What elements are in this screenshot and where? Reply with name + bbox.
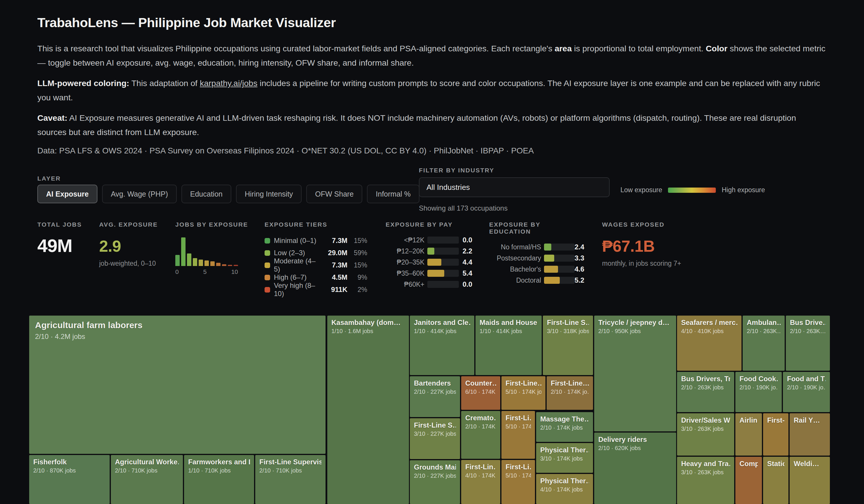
histogram-bar [187, 253, 191, 266]
tier-name: Low (2–3) [274, 249, 320, 257]
treemap-tile[interactable]: Fisherfolk2/10 · 870K jobs [29, 455, 110, 504]
treemap-tile[interactable]: Food and T…2/10 · 190K jo… [783, 372, 830, 412]
total-jobs-label: TOTAL JOBS [37, 221, 82, 228]
layer-button-hiring-intensity[interactable]: Hiring Intensity [236, 184, 302, 203]
treemap-tile[interactable]: Heavy and Tra…3/10 · 263K jobs [677, 457, 734, 504]
metric-bar-track [427, 281, 459, 288]
treemap-tile[interactable]: Counter…6/10 · 174K… [461, 376, 500, 410]
treemap-tile[interactable]: Agricultural Worke…2/10 · 710K jobs [111, 455, 183, 504]
treemap-tile[interactable]: First-Line S…3/10 · 227K jobs [410, 418, 460, 459]
treemap-tile[interactable]: Bus Drive…2/10 · 263K… [786, 315, 830, 371]
layer-button-ofw-share[interactable]: OFW Share [306, 184, 362, 203]
treemap-tile[interactable]: Physical Ther…4/10 · 174K jobs [536, 474, 593, 504]
treemap-tile[interactable]: Seafarers / merc…4/10 · 410K jobs [677, 315, 742, 371]
tile-name: Food and T… [787, 375, 826, 383]
exposure-by-pay-label: EXPOSURE BY PAY [386, 221, 472, 228]
avg-exposure-note: job-weighted, 0–10 [99, 260, 158, 267]
histogram-tick-label: 10 [231, 268, 238, 275]
metric-value: 2.2 [459, 247, 472, 255]
tile-name: Seafarers / merc… [681, 319, 737, 327]
treemap-tile[interactable]: First-Line S…3/10 · 318K jobs [543, 315, 593, 375]
tile-sub: 3/10 · 174K jobs [540, 455, 589, 462]
metric-bar-track [544, 255, 575, 262]
treemap-tile[interactable]: Bus Drivers, Tr…2/10 · 263K jobs [677, 372, 734, 412]
metric-name: ₱12–20K [386, 247, 424, 255]
tile-sub: 3/10 · 263K jobs [681, 469, 730, 476]
treemap-tile[interactable]: Grounds Mai…2/10 · 227K jobs [410, 460, 460, 504]
tile-name: Kasambahay (dom… [331, 319, 405, 327]
treemap-tile[interactable]: First-Line…5/10 · 174K jo… [501, 376, 545, 410]
treemap-tile[interactable]: Ambulan…2/10 · 263K… [743, 315, 785, 371]
treemap-tile[interactable]: Kasambahay (dom…1/10 · 1.6M jobs [327, 315, 409, 504]
treemap-tile[interactable]: First-Lin…4/10 · 174K… [461, 460, 500, 504]
layer-button-avg-wage-php[interactable]: Avg. Wage (PHP) [102, 184, 177, 203]
tile-name: Maids and House… [480, 319, 538, 327]
treemap-tile[interactable]: Janitors and Cle…1/10 · 414K jobs [410, 315, 474, 375]
tile-sub: 2/10 · 620K jobs [598, 445, 672, 452]
tile-sub: 3/10 · 318K jobs [547, 328, 589, 335]
industry-select[interactable]: All Industries [419, 177, 610, 197]
treemap-tile[interactable]: Weldi… [790, 457, 830, 504]
treemap-tile[interactable]: Maids and House…1/10 · 414K jobs [476, 315, 542, 375]
wages-exposed-value: ₱67.1B [602, 237, 681, 255]
exposure-legend: Low exposure High exposure [621, 186, 765, 194]
wages-exposed-note: monthly, in jobs scoring 7+ [602, 260, 681, 267]
treemap-tile[interactable]: Bartenders2/10 · 227K jobs [410, 376, 460, 417]
metric-name: Doctoral [489, 276, 541, 284]
metric-name: <₱12K [386, 236, 424, 244]
exposure-tiers-label: EXPOSURE TIERS [265, 221, 367, 228]
treemap-tile[interactable]: Farmworkers and L…1/10 · 710K jobs [184, 455, 254, 504]
treemap-tile[interactable]: Massage The…2/10 · 174K jobs [536, 412, 593, 442]
treemap-tile[interactable]: Driver/Sales W…3/10 · 263K jobs [677, 413, 734, 456]
tile-name: First-Line S… [547, 319, 589, 327]
llm-text-pre: This adaptation of [129, 79, 200, 88]
tier-name: High (6–7) [274, 273, 320, 281]
layer-button-ai-exposure[interactable]: AI Exposure [37, 184, 97, 203]
legend-low-label: Low exposure [621, 186, 662, 194]
histogram-bar [204, 261, 209, 266]
histogram-bar [228, 265, 232, 266]
histogram-bar [199, 260, 203, 266]
tile-name: First-Li… [505, 463, 531, 471]
treemap-tile[interactable]: Airlin… [735, 413, 762, 456]
metric-bar-track [427, 270, 459, 277]
treemap-tile[interactable]: Physical Ther…3/10 · 174K jobs [536, 443, 593, 473]
treemap-tile[interactable]: Agricultural farm laborers2/10 · 4.2M jo… [29, 315, 325, 454]
tile-name: Physical Ther… [540, 477, 589, 485]
header: TrabahoLens — Philippine Job Market Visu… [37, 15, 827, 155]
treemap-tile[interactable]: First-Line…2/10 · 174K jo… [547, 376, 593, 410]
metric-row: ₱12–20K2.2 [386, 245, 472, 257]
treemap-tile[interactable]: Tricycle / jeepney d…2/10 · 950K jobs [594, 315, 676, 431]
tile-sub: 1/10 · 414K jobs [414, 328, 470, 335]
layer-button-informal[interactable]: Informal % [367, 184, 419, 203]
tile-name: First-… [767, 416, 784, 424]
treemap-tile[interactable]: Rail Y… [790, 413, 830, 456]
tile-sub: 6/10 · 174K… [465, 388, 496, 395]
caveat-paragraph: Caveat: AI Exposure measures generative … [37, 111, 827, 140]
tier-pct: 59% [347, 249, 367, 257]
treemap-tile[interactable]: Food Cook…2/10 · 190K jo… [735, 372, 782, 412]
tile-sub: 4/10 · 174K jobs [540, 486, 589, 493]
treemap-tile[interactable]: Delivery riders2/10 · 620K jobs [594, 433, 676, 504]
treemap-tile[interactable]: First-Li…5/10 · 174… [501, 411, 535, 459]
page-title: TrabahoLens — Philippine Job Market Visu… [37, 15, 827, 30]
treemap-tile[interactable]: Statio… [763, 457, 789, 504]
metric-bar-track [544, 243, 575, 251]
treemap-tile[interactable]: First-… [763, 413, 789, 456]
treemap-tile[interactable]: Cremato…2/10 · 174K… [461, 411, 500, 459]
tile-name: Ambulan… [747, 319, 781, 327]
layer-button-education[interactable]: Education [181, 184, 231, 203]
treemap-tile[interactable]: First-Li…5/10 · 174… [501, 460, 535, 504]
tile-name: Driver/Sales W… [681, 416, 730, 424]
treemap-tile[interactable]: First-Line Supervis…2/10 · 710K jobs [255, 455, 325, 504]
tile-name: Weldi… [794, 460, 826, 468]
tile-sub: 1/10 · 1.6M jobs [331, 328, 405, 335]
metric-bar-fill [427, 248, 434, 255]
treemap-tile[interactable]: Comp… [735, 457, 762, 504]
karpathy-link[interactable]: karpathy.ai/jobs [200, 79, 257, 88]
tile-name: Grounds Mai… [414, 463, 456, 471]
tile-name: Bus Drivers, Tr… [681, 375, 730, 383]
caveat-text: AI Exposure measures generative AI and L… [37, 113, 796, 137]
tile-sub: 4/10 · 174K… [465, 472, 496, 479]
tier-row: Very high (8–10)911K2% [265, 284, 367, 296]
